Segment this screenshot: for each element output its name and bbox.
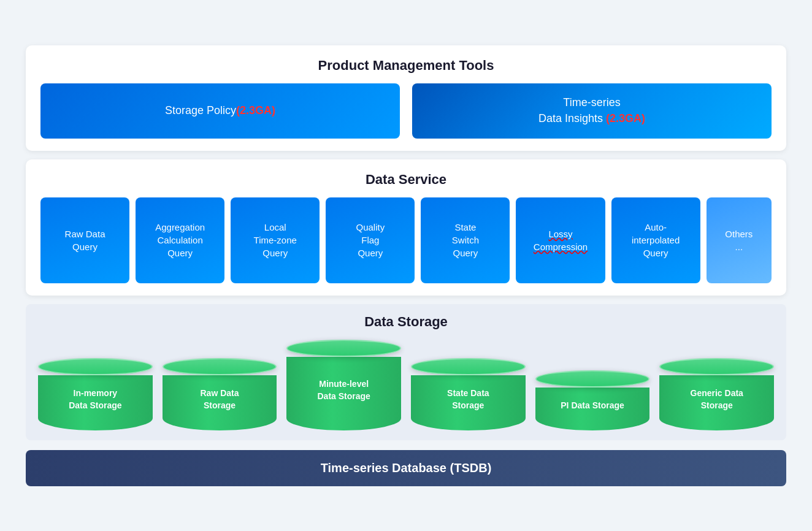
- lossy-compression-box: LossyCompression: [516, 197, 605, 283]
- lossy-compression-label: LossyCompression: [534, 227, 588, 253]
- product-management-section: Product Management Tools Storage Policy …: [26, 45, 786, 151]
- state-switch-query-box: StateSwitchQuery: [421, 197, 510, 283]
- cylinder-shape: Minute-levelData Storage: [286, 340, 401, 430]
- raw-data-query-box: Raw DataQuery: [40, 197, 129, 283]
- time-series-badge: (2.3GA): [606, 112, 645, 124]
- cylinder-top: [411, 358, 526, 375]
- cylinder-top: [38, 358, 153, 375]
- cylinder-top: [286, 340, 401, 357]
- data-storage-title: Data Storage: [38, 314, 774, 330]
- quality-flag-query-box: QualityFlagQuery: [326, 197, 415, 283]
- state-data-cylinder: State DataStorage: [411, 358, 526, 430]
- time-series-line2: Data Insights: [538, 112, 606, 124]
- product-management-title: Product Management Tools: [40, 58, 772, 74]
- cylinder-shape: PI Data Storage: [535, 370, 650, 430]
- generic-data-cylinder: Generic DataStorage: [659, 358, 774, 430]
- storage-policy-badge: (2.3GA): [236, 104, 275, 117]
- data-service-title: Data Service: [40, 172, 772, 188]
- data-service-row: Raw DataQuery AggregationCalculationQuer…: [40, 197, 772, 283]
- minute-level-cylinder: Minute-levelData Storage: [286, 340, 401, 430]
- storage-policy-label: Storage Policy: [165, 104, 236, 117]
- main-container: Product Management Tools Storage Policy …: [13, 33, 799, 499]
- cylinder-top: [659, 358, 774, 375]
- cylinder-top: [535, 370, 650, 388]
- cylinder-body: In-memoryData Storage: [38, 375, 153, 430]
- local-timezone-query-box: LocalTime-zoneQuery: [231, 197, 320, 283]
- data-storage-section: Data Storage In-memoryData Storage Raw D…: [26, 304, 786, 440]
- cylinder-body: State DataStorage: [411, 375, 526, 430]
- tsdb-label: Time-series Database (TSDB): [321, 461, 492, 475]
- cylinder-body: Raw DataStorage: [163, 375, 277, 430]
- aggregation-calculation-query-box: AggregationCalculationQuery: [136, 197, 224, 283]
- time-series-line1: Time-series: [538, 95, 645, 110]
- auto-interpolated-query-box: Auto-interpolatedQuery: [611, 197, 700, 283]
- raw-data-cylinder: Raw DataStorage: [163, 358, 277, 430]
- storage-policy-box: Storage Policy (2.3GA): [40, 83, 400, 139]
- product-management-row: Storage Policy (2.3GA) Time-series Data …: [40, 83, 772, 139]
- others-box: Others...: [707, 197, 772, 283]
- cylinder-top: [163, 358, 277, 375]
- time-series-box: Time-series Data Insights (2.3GA): [412, 83, 772, 139]
- cylinder-body: Minute-levelData Storage: [286, 357, 401, 430]
- cylinder-shape: In-memoryData Storage: [38, 358, 153, 430]
- cylinder-body: PI Data Storage: [535, 388, 650, 430]
- cylinder-shape: Generic DataStorage: [659, 358, 774, 430]
- pi-data-cylinder: PI Data Storage: [535, 370, 650, 430]
- in-memory-cylinder: In-memoryData Storage: [38, 358, 153, 430]
- cylinders-row: In-memoryData Storage Raw DataStorage Mi…: [38, 340, 774, 430]
- cylinder-shape: State DataStorage: [411, 358, 526, 430]
- data-service-section: Data Service Raw DataQuery AggregationCa…: [26, 159, 786, 296]
- tsdb-bar: Time-series Database (TSDB): [26, 450, 786, 486]
- cylinder-body: Generic DataStorage: [659, 375, 774, 430]
- cylinder-shape: Raw DataStorage: [163, 358, 277, 430]
